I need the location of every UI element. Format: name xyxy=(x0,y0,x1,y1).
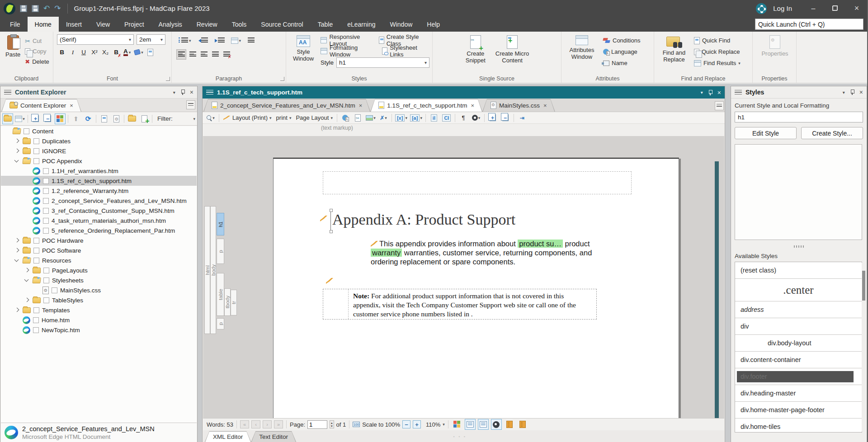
panel-menu-icon[interactable] xyxy=(4,90,11,95)
vertical-ruler-button[interactable] xyxy=(517,419,528,430)
menu-source-control[interactable]: Source Control xyxy=(254,17,310,32)
panel-menu-icon[interactable] xyxy=(735,90,742,95)
tree-item[interactable]: TableStyles xyxy=(1,295,197,305)
insert-variable-button[interactable]: ✗▾ xyxy=(378,113,389,123)
layout-view-button[interactable] xyxy=(465,419,476,430)
current-style-value[interactable]: h1 xyxy=(735,112,863,122)
pin-icon[interactable] xyxy=(708,90,712,95)
editor-tab[interactable]: 1.1S_ref_c_tech_support.htm× xyxy=(370,99,482,112)
panel-splitter-grip[interactable] xyxy=(794,245,804,248)
checkbox[interactable] xyxy=(43,218,49,224)
panel-close-icon[interactable]: × xyxy=(190,89,193,96)
italic-button[interactable]: I xyxy=(68,47,78,57)
style-item[interactable]: address xyxy=(735,301,862,318)
layout-mode-select[interactable]: Layout (Print)▾ xyxy=(222,114,273,121)
preview-button[interactable]: ▾ xyxy=(205,113,216,123)
spinner-up-icon[interactable]: ▴ xyxy=(331,421,333,424)
align-left-button[interactable] xyxy=(176,49,186,60)
quick-find-button[interactable]: Quick Find xyxy=(694,36,741,45)
web-view-button[interactable] xyxy=(478,419,489,430)
paragraph-dialog-button[interactable]: ▾ xyxy=(230,35,243,46)
tab-close-icon[interactable]: × xyxy=(70,102,73,109)
menu-help[interactable]: Help xyxy=(420,17,447,32)
list-button[interactable]: ▾ xyxy=(177,35,193,46)
style-window-button[interactable]: Style Window xyxy=(290,34,317,68)
remove-formatting-button[interactable]: B xyxy=(111,47,121,57)
underline-button[interactable]: U xyxy=(79,47,89,57)
structure-tag-p[interactable]: p xyxy=(217,318,224,329)
style-item[interactable]: div.footer xyxy=(735,368,862,385)
condition-view-button[interactable] xyxy=(452,419,462,430)
menu-view[interactable]: View xyxy=(89,17,117,32)
menu-analysis[interactable]: Analysis xyxy=(151,17,189,32)
menu-window[interactable]: Window xyxy=(382,17,420,32)
quick-replace-button[interactable]: Quick Replace xyxy=(694,47,741,56)
redo-icon[interactable]: ↷ xyxy=(54,5,61,12)
create-style-class-button[interactable]: Create Style Class xyxy=(379,35,429,45)
tree-item[interactable]: 1.1H_ref_warranties.htm xyxy=(1,166,197,176)
formatting-window-button[interactable]: Formatting Window xyxy=(321,46,377,56)
tree-item[interactable]: 1.1S_ref_c_tech_support.htm xyxy=(1,176,197,186)
insert-image-button[interactable]: ▾ xyxy=(365,113,376,123)
save-icon[interactable] xyxy=(20,5,27,12)
tree-item[interactable]: POC Software xyxy=(1,245,197,255)
insert-hyperlink-button[interactable] xyxy=(340,113,351,123)
checkbox[interactable] xyxy=(33,238,39,244)
tree-item[interactable]: 5_reference_Ordering_Replacement_Par.htm xyxy=(1,226,197,235)
expand-all-button[interactable] xyxy=(30,113,41,124)
checkbox[interactable] xyxy=(43,277,49,283)
show-folders-button[interactable] xyxy=(2,113,13,124)
checkbox[interactable] xyxy=(24,128,29,134)
pin-icon[interactable] xyxy=(181,89,184,95)
tab-close-icon[interactable]: × xyxy=(359,102,363,109)
checkbox[interactable] xyxy=(33,148,39,154)
zoom-out-button[interactable]: − xyxy=(402,420,410,428)
tree-item[interactable]: POC Hardware xyxy=(1,235,197,245)
tab-list-button[interactable] xyxy=(715,101,724,110)
tree-item[interactable]: PageLayouts xyxy=(1,265,197,275)
page-spinner[interactable]: ▴▾ xyxy=(330,420,334,428)
panel-menu-icon[interactable] xyxy=(206,90,213,95)
chevron-right-icon[interactable] xyxy=(24,297,30,303)
previous-page-button[interactable]: ‹ xyxy=(251,420,260,428)
tab-close-icon[interactable]: × xyxy=(471,102,474,109)
insert-footnote-button[interactable]: [x]▾ xyxy=(395,113,408,123)
create-micro-content-button[interactable]: Create Micro Content xyxy=(494,34,531,65)
menu-file[interactable]: File xyxy=(3,17,28,32)
menu-table[interactable]: Table xyxy=(311,17,340,32)
chevron-down-icon[interactable] xyxy=(14,257,20,263)
collapse-all-button[interactable] xyxy=(42,113,53,124)
outdent-button[interactable] xyxy=(196,35,209,46)
checkbox[interactable] xyxy=(33,158,39,164)
structure-tag-body[interactable]: body xyxy=(210,206,216,334)
create-snippet-button[interactable]: Create Snippet xyxy=(464,34,487,65)
tab-list-button[interactable] xyxy=(186,100,195,109)
scrollbar-thumb[interactable] xyxy=(862,271,865,301)
structure-tag-p[interactable]: p xyxy=(217,239,224,264)
page-layout-select[interactable]: Page Layout▾ xyxy=(294,114,334,121)
tree-item[interactable]: IGNORE xyxy=(1,146,197,156)
style-item[interactable]: div xyxy=(735,318,862,335)
upload-button[interactable]: ⬆ xyxy=(71,113,81,124)
snippet-variable[interactable]: warranty xyxy=(371,249,402,257)
open-file-button[interactable] xyxy=(99,113,109,124)
preview-mode-button[interactable] xyxy=(491,419,502,430)
chevron-right-icon[interactable] xyxy=(14,307,20,313)
style-item[interactable]: div.content-container xyxy=(735,352,862,368)
text-box-button[interactable] xyxy=(146,47,156,57)
zoom-in-button[interactable]: + xyxy=(413,420,421,428)
last-page-button[interactable]: » xyxy=(274,420,283,428)
bold-button[interactable]: B xyxy=(57,47,67,57)
indent-button[interactable] xyxy=(213,35,226,46)
concept-entry-button[interactable]: CI xyxy=(441,113,452,123)
tree-item[interactable]: POC Appendix xyxy=(1,156,197,166)
new-folder-button[interactable] xyxy=(127,113,137,124)
panel-close-icon[interactable]: × xyxy=(717,89,721,96)
chevron-right-icon[interactable] xyxy=(14,148,20,154)
tree-item[interactable]: 4_task_return_materials_authori_msn.htm xyxy=(1,216,197,226)
insert-snippet-button[interactable] xyxy=(353,113,363,123)
structure-tag-tr[interactable]: tr xyxy=(231,290,237,315)
tree-item[interactable]: ⚙MainStyles.css xyxy=(1,285,197,295)
zoom-dropdown-icon[interactable]: ▾ xyxy=(443,422,445,427)
chevron-right-icon[interactable] xyxy=(14,138,20,144)
